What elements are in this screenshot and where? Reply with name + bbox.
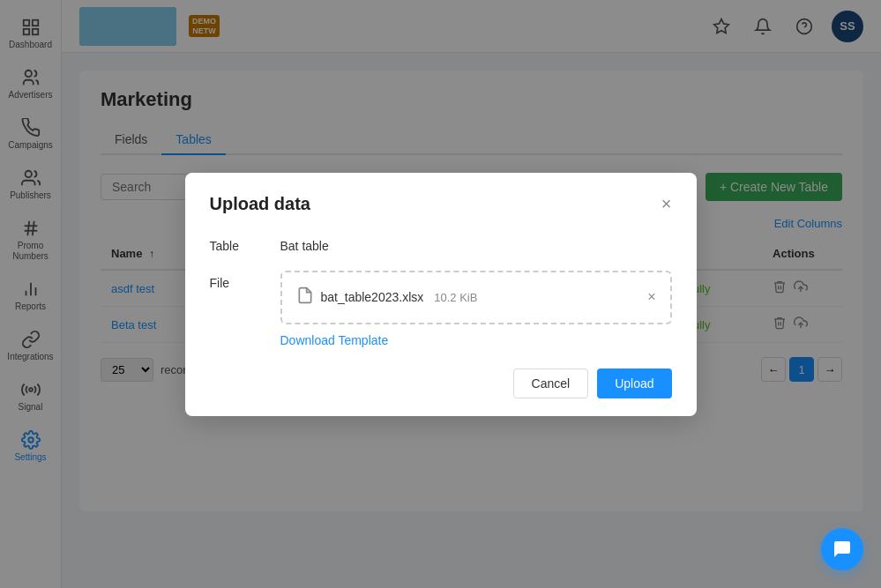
file-document-icon (296, 287, 314, 309)
chat-icon (832, 539, 853, 560)
modal-table-value: Bat table (280, 234, 672, 253)
chat-bubble[interactable] (821, 528, 863, 570)
download-template-link[interactable]: Download Template (280, 333, 672, 347)
file-remove-button[interactable]: × (647, 289, 655, 305)
modal-header: Upload data × (210, 194, 672, 214)
cancel-button[interactable]: Cancel (513, 368, 589, 398)
modal-file-row: File bat_table2023.xlsx 10.2 KiB × Downl… (210, 271, 672, 347)
modal-file-label: File (210, 271, 280, 290)
modal-table-label: Table (210, 234, 280, 253)
file-size: 10.2 KiB (434, 291, 477, 304)
upload-button[interactable]: Upload (597, 368, 671, 398)
modal-title: Upload data (210, 194, 310, 214)
modal-table-row: Table Bat table (210, 234, 672, 253)
file-drop-zone[interactable]: bat_table2023.xlsx 10.2 KiB × (280, 271, 672, 324)
file-name: bat_table2023.xlsx (321, 290, 424, 304)
modal-footer: Cancel Upload (210, 368, 672, 398)
modal-file-section: bat_table2023.xlsx 10.2 KiB × Download T… (280, 271, 672, 347)
modal-close-button[interactable]: × (661, 195, 672, 212)
upload-modal: Upload data × Table Bat table File bat_t… (185, 173, 697, 416)
file-info: bat_table2023.xlsx 10.2 KiB (296, 287, 478, 309)
modal-overlay[interactable]: Upload data × Table Bat table File bat_t… (0, 0, 881, 588)
